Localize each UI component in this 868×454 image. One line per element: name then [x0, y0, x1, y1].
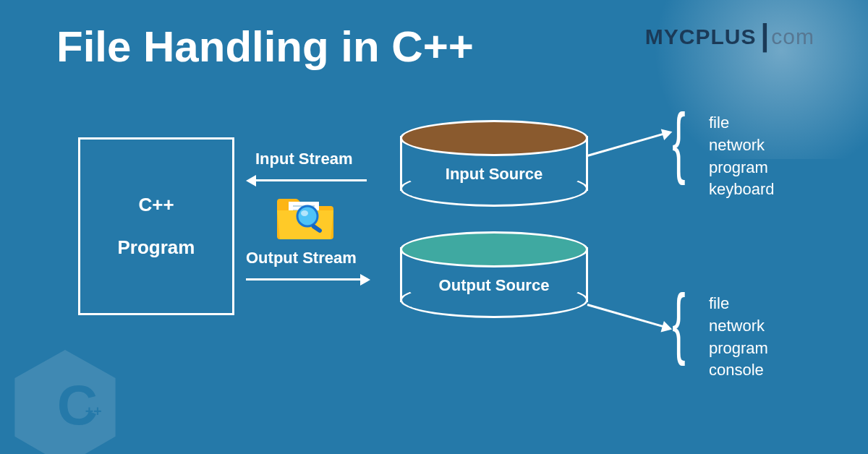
cpp-watermark-icon: C ++	[14, 350, 116, 454]
output-detail-item: network	[709, 315, 768, 338]
input-stream-label: Input Stream	[255, 150, 352, 168]
svg-point-0	[297, 206, 318, 226]
input-arrow	[255, 179, 367, 181]
output-stream-label: Output Stream	[246, 249, 357, 267]
svg-marker-3	[14, 350, 115, 454]
input-detail-item: program	[709, 157, 775, 179]
program-line2: Program	[80, 236, 232, 259]
output-brace-icon: {	[672, 288, 685, 356]
program-box: C++ Program	[78, 137, 234, 315]
output-detail-item: file	[709, 293, 768, 315]
output-details: file network program console	[709, 293, 768, 382]
input-detail-item: network	[709, 134, 775, 157]
input-details: file network program keyboard	[709, 112, 775, 201]
output-detail-item: program	[709, 338, 768, 360]
logo-com-text: com	[771, 25, 814, 49]
page-title: File Handling in C++	[56, 22, 474, 72]
output-arrow	[246, 278, 362, 280]
svg-text:C: C	[57, 373, 98, 437]
output-source-cylinder: Output Source	[400, 231, 588, 318]
output-pointer-arrow	[587, 304, 665, 327]
input-pointer-arrow	[587, 133, 665, 157]
logo-divider: |	[761, 25, 770, 46]
svg-point-1	[301, 210, 308, 216]
logo-main-text: MYCPLUS	[645, 25, 757, 49]
input-source-label: Input Source	[400, 165, 588, 184]
input-source-cylinder: Input Source	[400, 120, 588, 207]
output-detail-item: console	[709, 359, 768, 382]
input-detail-item: file	[709, 112, 775, 134]
logo: MYCPLUS | com	[645, 25, 814, 49]
svg-text:++: ++	[85, 403, 102, 419]
program-line1: C++	[80, 194, 232, 216]
output-source-label: Output Source	[400, 276, 588, 295]
input-brace-icon: {	[672, 107, 685, 175]
input-detail-item: keyboard	[709, 179, 775, 201]
folder-search-icon	[274, 193, 336, 241]
